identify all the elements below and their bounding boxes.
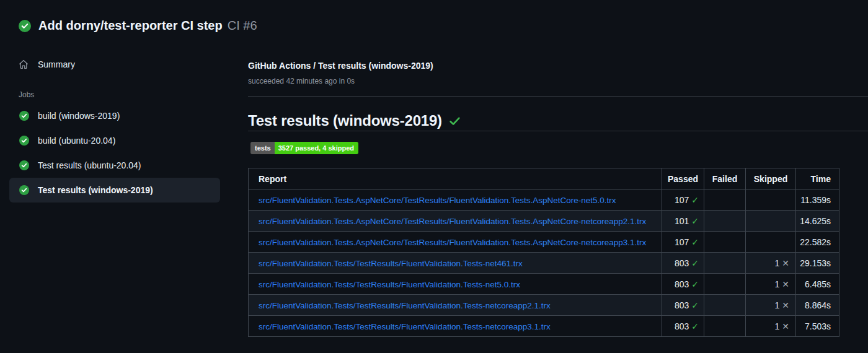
jobs-section-label: Jobs [19, 90, 34, 99]
workflow-run-page: Add dorny/test-reporter CI step CI #6 Su… [0, 0, 868, 353]
skipped-x-icon: ✕ [782, 279, 789, 289]
job-label: Test results (ubuntu-20.04) [38, 160, 141, 170]
passed-check-icon: ✓ [691, 195, 699, 205]
report-row: src/FluentValidation.Tests/TestResults/F… [249, 274, 839, 295]
passed-check-icon: ✓ [691, 216, 699, 226]
report-row: src/FluentValidation.Tests.AspNetCore/Te… [249, 190, 839, 211]
badge-label: tests [250, 142, 275, 154]
column-header-report: Report [249, 168, 662, 190]
report-row: src/FluentValidation.Tests/TestResults/F… [249, 295, 839, 316]
passed-check-icon: ✓ [691, 258, 699, 268]
summary-label: Summary [38, 59, 75, 69]
sidebar: Summary Jobs build (windows-2019) build … [0, 0, 236, 353]
passed-check-icon: ✓ [691, 300, 699, 310]
check-circle-icon [19, 160, 29, 170]
report-link[interactable]: src/FluentValidation.Tests/TestResults/F… [259, 301, 551, 310]
check-circle-icon [19, 111, 29, 121]
failed-cell [704, 232, 746, 253]
heading-underline [248, 131, 868, 131]
check-circle-icon [19, 136, 29, 146]
time-cell: 14.625s [796, 211, 839, 232]
check-run-title: GitHub Actions / Test results (windows-2… [248, 61, 433, 71]
failed-cell [704, 316, 746, 337]
test-results-table: Report Passed Failed Skipped Time src/Fl… [248, 168, 839, 337]
passed-count: 107 [675, 237, 689, 247]
sidebar-job-item[interactable]: Test results (ubuntu-20.04) [9, 153, 220, 178]
sidebar-job-item[interactable]: build (windows-2019) [9, 103, 220, 128]
failed-cell [704, 190, 746, 211]
skipped-x-icon: ✕ [782, 300, 789, 310]
skipped-count: 1 [774, 300, 779, 310]
report-link[interactable]: src/FluentValidation.Tests/TestResults/F… [259, 259, 523, 268]
job-label: build (ubuntu-20.04) [38, 136, 115, 146]
tests-badge: tests 3527 passed, 4 skipped [250, 142, 358, 154]
failed-cell [704, 295, 746, 316]
time-cell: 6.485s [796, 274, 839, 295]
time-cell: 29.153s [796, 253, 839, 274]
section-heading-text: Test results (windows-2019) [248, 112, 442, 129]
failed-cell [704, 253, 746, 274]
passed-check-icon: ✓ [691, 321, 699, 331]
column-header-passed: Passed [662, 168, 704, 190]
time-cell: 11.359s [796, 190, 839, 211]
report-link[interactable]: src/FluentValidation.Tests.AspNetCore/Te… [259, 238, 646, 247]
passed-count: 803 [675, 258, 689, 268]
report-link[interactable]: src/FluentValidation.Tests/TestResults/F… [259, 322, 551, 331]
skipped-count: 1 [774, 279, 779, 289]
passed-check-icon: ✓ [691, 279, 699, 289]
job-detail-panel: GitHub Actions / Test results (windows-2… [248, 0, 868, 353]
passed-count: 107 [675, 195, 689, 205]
skipped-count: 1 [774, 258, 779, 268]
job-label: build (windows-2019) [38, 111, 120, 121]
check-run-status: succeeded 42 minutes ago in 0s [248, 77, 355, 85]
passed-count: 803 [675, 321, 689, 331]
report-link[interactable]: src/FluentValidation.Tests/TestResults/F… [259, 280, 520, 289]
check-circle-icon [19, 185, 29, 195]
time-cell: 7.503s [796, 316, 839, 337]
sidebar-job-item[interactable]: Test results (windows-2019) [9, 178, 220, 203]
report-row: src/FluentValidation.Tests/TestResults/F… [249, 316, 839, 337]
column-header-skipped: Skipped [746, 168, 796, 190]
column-header-failed: Failed [704, 168, 746, 190]
report-link[interactable]: src/FluentValidation.Tests.AspNetCore/Te… [259, 196, 616, 205]
skipped-x-icon: ✕ [782, 258, 789, 268]
divider [248, 96, 868, 97]
home-icon [19, 59, 29, 69]
skipped-count: 1 [774, 321, 779, 331]
sidebar-item-summary[interactable]: Summary [19, 58, 75, 71]
report-row: src/FluentValidation.Tests.AspNetCore/Te… [249, 211, 839, 232]
heading-success-check-icon [449, 115, 461, 127]
section-heading: Test results (windows-2019) [248, 112, 461, 129]
skipped-x-icon: ✕ [782, 321, 789, 331]
job-label: Test results (windows-2019) [38, 185, 153, 195]
table-header-row: Report Passed Failed Skipped Time [249, 168, 839, 190]
report-row: src/FluentValidation.Tests/TestResults/F… [249, 253, 839, 274]
time-cell: 8.864s [796, 295, 839, 316]
time-cell: 22.582s [796, 232, 839, 253]
column-header-time: Time [796, 168, 839, 190]
job-list: build (windows-2019) build (ubuntu-20.04… [0, 103, 229, 203]
report-link[interactable]: src/FluentValidation.Tests.AspNetCore/Te… [259, 217, 646, 226]
passed-count: 101 [675, 216, 689, 226]
badge-value: 3527 passed, 4 skipped [275, 142, 358, 154]
report-row: src/FluentValidation.Tests.AspNetCore/Te… [249, 232, 839, 253]
passed-check-icon: ✓ [691, 237, 699, 247]
passed-count: 803 [675, 300, 689, 310]
failed-cell [704, 211, 746, 232]
passed-count: 803 [675, 279, 689, 289]
failed-cell [704, 274, 746, 295]
sidebar-job-item[interactable]: build (ubuntu-20.04) [9, 128, 220, 153]
